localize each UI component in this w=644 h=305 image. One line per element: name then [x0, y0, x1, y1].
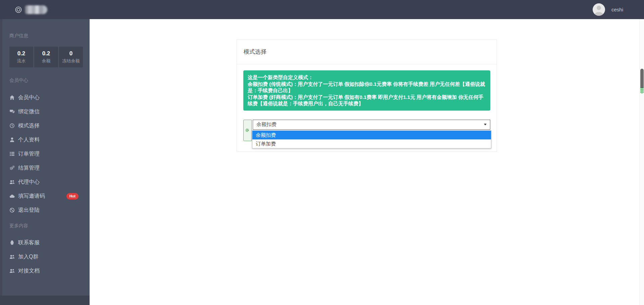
- sidebar-menu-member: 会员中心 绑定微信 模式选择 个人资料: [0, 90, 90, 217]
- mode-select-option[interactable]: 订单加费: [252, 139, 491, 148]
- sidebar-item-label: 绑定微信: [18, 108, 40, 115]
- mode-info-alert: 这是一个新类型自定义模式： 余额扣费 (传统模式)：用户支付了一元订单 假如扣除…: [243, 70, 490, 111]
- qq-icon: [9, 240, 15, 245]
- mode-select-wrap: 余额扣费 余额扣费 订单加费: [253, 120, 490, 130]
- sidebar-item-label: 结算管理: [18, 165, 40, 172]
- sidebar: 商户信息 0.2 流水 0.2 余额 0 冻结余额 会员中心 会员中心: [0, 19, 90, 305]
- sidebar-item-label: 加入Q群: [18, 253, 38, 260]
- list-icon: [9, 151, 15, 157]
- card-body: 这是一个新类型自定义模式： 余额扣费 (传统模式)：用户支付了一元订单 假如扣除…: [237, 64, 497, 151]
- home-icon: [9, 95, 15, 100]
- navbar-user-area: ceshi: [593, 3, 623, 16]
- sidebar-footer: [0, 296, 90, 305]
- clock-icon: [9, 123, 15, 128]
- sidebar-item-label: 对接文档: [18, 267, 40, 274]
- mode-select-row: 余额扣费 余额扣费 订单加费: [243, 120, 490, 141]
- mode-select-dropdown: 余额扣费 订单加费: [252, 130, 491, 148]
- sidebar-menu-item[interactable]: 代理中心: [0, 175, 90, 189]
- sidebar-item-label: 模式选择: [18, 122, 40, 129]
- section-label-merchant-info: 商户信息: [9, 33, 90, 39]
- sidebar-item-label: 代理中心: [18, 179, 40, 186]
- stat-box: 0.2 余额: [34, 47, 58, 67]
- username[interactable]: ceshi: [611, 7, 623, 12]
- logo-ring-icon: [15, 6, 22, 13]
- sidebar-item-label: 订单管理: [18, 150, 40, 158]
- user-icon: [9, 137, 15, 142]
- sidebar-menu-item[interactable]: 绑定微信: [0, 105, 90, 119]
- cogs-icon: [9, 165, 15, 171]
- sidebar-item-label: 联系客服: [18, 239, 40, 246]
- section-label-member-center: 会员中心: [9, 77, 90, 83]
- sidebar-menu-item[interactable]: 会员中心: [0, 90, 90, 105]
- gear-addon: [243, 120, 252, 141]
- cloud-icon: [9, 193, 15, 199]
- sidebar-menu-more: 联系客服 加入Q群 对接文档: [0, 236, 90, 278]
- sidebar-menu-item[interactable]: 对接文档: [0, 264, 90, 278]
- scrollbar-thumb-stripes: [640, 88, 644, 94]
- users-icon: [9, 268, 15, 273]
- section-label-more-content: 更多内容: [9, 223, 90, 229]
- sidebar-item-label: 填写邀请码: [18, 193, 45, 200]
- page-scrollbar: [639, 19, 644, 305]
- stat-label: 冻结余额: [59, 58, 83, 64]
- merchant-stats: 0.2 流水 0.2 余额 0 冻结余额: [9, 47, 90, 67]
- caret-down-icon: [484, 124, 487, 125]
- sidebar-menu-item[interactable]: 订单管理: [0, 147, 90, 161]
- sidebar-menu-item[interactable]: 退出登陆: [0, 203, 90, 217]
- hot-badge: Hot: [66, 193, 79, 199]
- gear-icon: [245, 128, 250, 132]
- stat-label: 流水: [9, 58, 33, 64]
- alert-line: 余额扣费 (传统模式)：用户支付了一元订单 假如扣除你0.1元费率 你将有手续费…: [248, 81, 486, 94]
- sidebar-menu-item[interactable]: 联系客服: [0, 236, 90, 250]
- sidebar-item-label: 退出登陆: [18, 207, 40, 214]
- users-icon: [9, 254, 15, 259]
- mode-select-value: 余额扣费: [256, 121, 277, 128]
- mode-select-card: 模式选择 这是一个新类型自定义模式： 余额扣费 (传统模式)：用户支付了一元订单…: [237, 40, 497, 152]
- users-icon: [9, 179, 15, 185]
- mode-select-option[interactable]: 余额扣费: [252, 131, 491, 139]
- sidebar-menu-item[interactable]: 个人资料: [0, 133, 90, 147]
- ban-icon: [9, 207, 15, 213]
- sidebar-menu-item[interactable]: 模式选择: [0, 119, 90, 133]
- card-title: 模式选择: [244, 49, 490, 55]
- sidebar-item-label: 个人资料: [18, 136, 40, 143]
- stat-box: 0 冻结余额: [59, 47, 83, 67]
- stat-value: 0.2: [34, 50, 58, 57]
- stat-value: 0: [59, 50, 83, 57]
- mode-select[interactable]: 余额扣费: [253, 120, 490, 130]
- sidebar-menu-item[interactable]: 填写邀请码 Hot: [0, 189, 90, 203]
- sidebar-menu-item[interactable]: 加入Q群: [0, 250, 90, 264]
- stat-value: 0.2: [9, 50, 33, 57]
- logo-blurred-image: [25, 5, 47, 14]
- alert-line: 这是一个新类型自定义模式：: [248, 74, 486, 81]
- top-navbar: ceshi: [0, 0, 644, 19]
- card-header: 模式选择: [237, 40, 497, 64]
- comments-icon: [9, 109, 15, 114]
- scrollbar-thumb[interactable]: [640, 69, 644, 94]
- sidebar-toggle-button[interactable]: [70, 8, 72, 11]
- stat-box: 0.2 流水: [9, 47, 33, 67]
- alert-line: 订单加费 (奸商模式)：用户支付了一元订单 假如有0.1费率 即用户支付1.1元…: [248, 94, 486, 107]
- avatar[interactable]: [593, 3, 605, 16]
- main-content: 模式选择 这是一个新类型自定义模式： 余额扣费 (传统模式)：用户支付了一元订单…: [90, 19, 644, 305]
- sidebar-item-label: 会员中心: [18, 94, 40, 101]
- stat-label: 余额: [34, 58, 58, 64]
- sidebar-menu-item[interactable]: 结算管理: [0, 161, 90, 175]
